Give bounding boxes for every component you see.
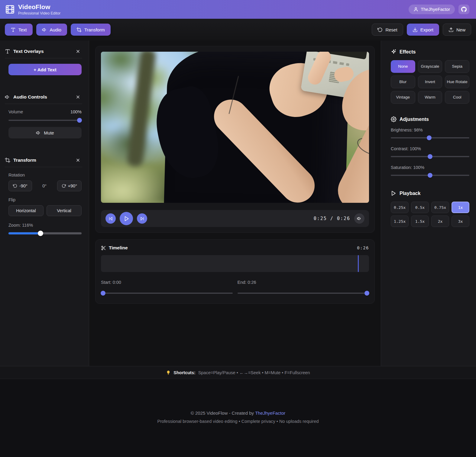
zoom-slider-fill xyxy=(8,232,40,235)
mute-button[interactable]: Mute xyxy=(8,127,82,138)
user-badge[interactable]: TheJhyeFactor xyxy=(409,5,455,14)
crop-icon xyxy=(5,157,10,163)
volume-value: 100% xyxy=(70,109,82,114)
rotate-cw-label: +90° xyxy=(68,183,77,188)
github-button[interactable] xyxy=(458,5,469,14)
timeline-track[interactable] xyxy=(101,255,369,272)
effect-grayscale-button[interactable]: Grayscale xyxy=(418,60,442,73)
brightness-slider[interactable] xyxy=(391,135,469,140)
timeline-header: Timeline 0:26 xyxy=(101,245,369,251)
rotate-cw-icon xyxy=(62,184,66,188)
export-button[interactable]: Export xyxy=(407,24,439,36)
add-text-button[interactable]: + Add Text xyxy=(8,64,82,75)
play-button[interactable] xyxy=(120,212,133,225)
shortcuts-label: Shortcuts: xyxy=(173,370,196,375)
speed-1x-button[interactable]: 1x xyxy=(452,202,469,213)
speed-3x-button[interactable]: 3x xyxy=(452,216,469,227)
close-icon xyxy=(76,49,80,54)
speed-2x-button[interactable]: 2x xyxy=(431,216,449,227)
effect-warm-button[interactable]: Warm xyxy=(418,91,442,104)
contrast-slider[interactable] xyxy=(391,154,469,159)
audio-tool-button[interactable]: Audio xyxy=(36,24,67,36)
new-button[interactable]: New xyxy=(443,24,471,36)
trim-start-slider[interactable] xyxy=(101,291,233,296)
trim-end-slider[interactable] xyxy=(238,291,369,296)
main-area: 0:25 / 0:26 Timeline xyxy=(89,41,381,366)
close-icon xyxy=(76,158,80,163)
playback-header: Playback xyxy=(391,190,469,196)
saturation-label: Saturation: 100% xyxy=(391,165,469,170)
brightness-slider-thumb[interactable] xyxy=(427,135,432,140)
rotate-cw-button[interactable]: +90° xyxy=(57,180,82,191)
app-header: VideoFlow Professional Video Editor TheJ… xyxy=(0,0,476,19)
trim-start-label: Start: 0:00 xyxy=(101,280,233,285)
video-preview[interactable] xyxy=(101,52,369,203)
time-separator: / xyxy=(330,216,334,221)
audio-tool-label: Audio xyxy=(50,27,61,32)
scissors-icon xyxy=(101,245,106,251)
site-footer: © 2025 VideoFlow - Created by TheJhyeFac… xyxy=(0,379,476,457)
effect-invert-button[interactable]: Invert xyxy=(418,76,442,88)
playback-speed-grid: 0.25x 0.5x 0.75x 1x 1.25x 1.5x 2x 3x xyxy=(391,202,469,227)
close-transform-button[interactable] xyxy=(75,157,81,163)
effect-vintage-button[interactable]: Vintage xyxy=(391,91,415,104)
transform-tool-button[interactable]: Transform xyxy=(71,24,111,36)
trim-start-track[interactable] xyxy=(101,293,233,294)
export-label: Export xyxy=(420,27,433,32)
saturation-slider[interactable] xyxy=(391,173,469,178)
speed-1-5x-button[interactable]: 1.5x xyxy=(411,216,429,227)
flip-horizontal-button[interactable]: Horizontal xyxy=(8,205,44,216)
audio-controls-title: Audio Controls xyxy=(13,94,47,100)
volume-toggle-button[interactable] xyxy=(354,213,364,224)
close-text-overlays-button[interactable] xyxy=(75,48,81,54)
contrast-slider-thumb[interactable] xyxy=(428,154,432,159)
transform-panel: Transform Rotation -90° xyxy=(5,157,82,236)
effects-grid: None Grayscale Sepia Blur Invert Hue Rot… xyxy=(391,60,469,104)
effect-cool-button[interactable]: Cool xyxy=(445,91,469,104)
brightness-label: Brightness: 98% xyxy=(391,128,469,132)
timeline-playhead[interactable] xyxy=(358,255,359,272)
trim-end-track[interactable] xyxy=(238,293,369,294)
text-tool-button[interactable]: Text xyxy=(5,24,33,36)
saturation-slider-thumb[interactable] xyxy=(428,173,432,178)
effect-none-button[interactable]: None xyxy=(391,60,415,73)
transform-body: Rotation -90° 0° xyxy=(5,167,82,236)
film-icon xyxy=(5,5,15,14)
zoom-slider[interactable] xyxy=(8,231,82,236)
effect-blur-button[interactable]: Blur xyxy=(391,76,415,88)
content-row: Text Overlays + Add Text Audio xyxy=(0,41,476,366)
timeline-panel: Timeline 0:26 Start: 0:00 End: xyxy=(95,239,375,304)
credit-link[interactable]: TheJhyeFactor xyxy=(255,410,285,416)
lightbulb-icon xyxy=(166,370,171,375)
brand-text: VideoFlow Professional Video Editor xyxy=(18,3,60,15)
effect-hue-rotate-button[interactable]: Hue Rotate xyxy=(445,76,469,88)
speed-1-25x-button[interactable]: 1.25x xyxy=(391,216,409,227)
volume-slider[interactable] xyxy=(8,118,82,123)
right-sidebar: Effects None Grayscale Sepia Blur Invert… xyxy=(381,41,476,366)
rotate-ccw-icon xyxy=(13,184,17,188)
speed-0-25x-button[interactable]: 0.25x xyxy=(391,202,409,213)
rotate-ccw-button[interactable]: -90° xyxy=(8,180,32,191)
adjustments-title: Adjustments xyxy=(400,117,429,122)
speed-0-5x-button[interactable]: 0.5x xyxy=(411,202,429,213)
speaker-icon xyxy=(36,130,41,135)
volume-slider-thumb[interactable] xyxy=(77,118,82,123)
skip-forward-button[interactable] xyxy=(137,213,147,224)
volume-slider-track[interactable] xyxy=(8,120,82,121)
trim-start-thumb[interactable] xyxy=(101,291,105,296)
left-sidebar: Text Overlays + Add Text Audio xyxy=(0,41,89,366)
close-audio-controls-button[interactable] xyxy=(75,94,81,100)
effect-sepia-button[interactable]: Sepia xyxy=(445,60,469,73)
speed-0-75x-button[interactable]: 0.75x xyxy=(431,202,449,213)
close-icon xyxy=(76,95,80,99)
speaker-icon xyxy=(5,94,10,100)
trim-end-thumb[interactable] xyxy=(364,291,369,296)
playback-title: Playback xyxy=(400,191,420,196)
transform-header: Transform xyxy=(5,157,82,167)
reset-button[interactable]: Reset xyxy=(372,24,403,36)
speaker-icon xyxy=(357,216,362,221)
adjustments-section: Adjustments Brightness: 98% Contrast: 10… xyxy=(391,116,469,178)
zoom-slider-thumb[interactable] xyxy=(38,231,43,236)
skip-back-button[interactable] xyxy=(105,213,116,224)
flip-vertical-button[interactable]: Vertical xyxy=(47,205,82,216)
